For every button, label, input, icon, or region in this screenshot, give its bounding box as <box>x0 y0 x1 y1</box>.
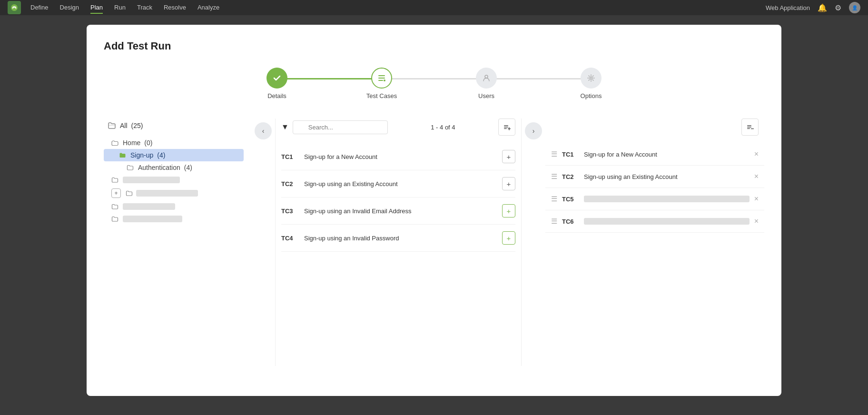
selected-tc6-placeholder <box>584 218 750 225</box>
add-folder-button[interactable]: + <box>111 188 121 198</box>
remove-tc5-button[interactable]: × <box>754 195 759 203</box>
right-nav: › <box>522 119 545 366</box>
svg-rect-1 <box>378 75 385 76</box>
selected-row: ☰ TC6 × <box>545 210 764 233</box>
remove-tc2-button[interactable]: × <box>754 172 759 181</box>
tc3-id: TC3 <box>281 208 298 215</box>
nav-design[interactable]: Design <box>60 2 79 14</box>
folder-tree-panel: All (25) Home (0) <box>104 119 251 366</box>
search-input[interactable] <box>293 120 388 134</box>
auth-folder-label: Authentication <box>138 164 180 171</box>
project-label: Web Application <box>766 4 810 11</box>
folder-ph3-icon <box>111 203 119 210</box>
tc3-name: Sign-up using an Invalid Email Address <box>304 208 496 215</box>
folder-list: Home (0) Sign-up (4) <box>104 137 244 225</box>
add-all-icon <box>503 123 511 131</box>
add-all-button[interactable] <box>498 119 515 136</box>
tc-row: TC4 Sign-up using an Invalid Password + <box>281 225 515 252</box>
tc2-id: TC2 <box>281 180 298 188</box>
selected-tc6-id: TC6 <box>562 218 579 225</box>
selected-tc5-placeholder <box>584 196 750 202</box>
drag-handle-5[interactable]: ☰ <box>551 195 557 203</box>
tc2-add-button[interactable]: + <box>502 177 515 190</box>
pagination-text: 1 - 4 of 4 <box>392 124 494 131</box>
avatar[interactable]: 👤 <box>849 2 860 13</box>
drag-handle-6[interactable]: ☰ <box>551 217 557 226</box>
step-options-circle[interactable] <box>581 68 602 89</box>
svg-rect-9 <box>504 128 507 129</box>
step-test-cases-circle[interactable] <box>371 68 392 89</box>
selected-tc5-id: TC5 <box>562 196 579 203</box>
center-toolbar: ▼ 🔍 1 - 4 of 4 <box>276 119 521 143</box>
folder-icon <box>108 121 116 130</box>
step-details-circle[interactable] <box>266 68 287 89</box>
selected-tc1-id: TC1 <box>562 151 579 158</box>
svg-rect-13 <box>747 127 751 128</box>
svg-rect-7 <box>504 125 508 126</box>
nav-analyze[interactable]: Analyze <box>197 2 219 14</box>
nav-right: Web Application 🔔 ⚙ 👤 <box>766 2 860 13</box>
drag-handle-2[interactable]: ☰ <box>551 172 557 181</box>
selected-tc1-name: Sign-up for a New Account <box>584 151 750 158</box>
nav-define[interactable]: Define <box>30 2 49 14</box>
tc3-add-button[interactable]: + <box>502 204 515 217</box>
filter-icon[interactable]: ▼ <box>281 123 289 131</box>
dialog-title: Add Test Run <box>104 40 764 52</box>
remove-tc1-button[interactable]: × <box>754 150 759 158</box>
step-users-label: Users <box>478 92 494 99</box>
svg-rect-12 <box>747 125 751 126</box>
tc2-name: Sign-up using an Existing Account <box>304 180 496 188</box>
remove-all-button[interactable] <box>741 119 759 136</box>
placeholder-folder-4[interactable] <box>104 213 244 225</box>
all-folders-item[interactable]: All (25) <box>104 119 244 133</box>
tc4-add-button[interactable]: + <box>502 231 515 245</box>
home-folder-item[interactable]: Home (0) <box>104 137 244 149</box>
stepper: Details Test Cases <box>104 68 764 99</box>
notification-icon[interactable]: 🔔 <box>818 3 827 12</box>
test-cases-panel: ▼ 🔍 1 - 4 of 4 <box>275 119 522 366</box>
folder-auth-icon <box>127 164 134 171</box>
signup-folder-label: Sign-up <box>130 151 153 159</box>
tc4-id: TC4 <box>281 235 298 242</box>
folder-ph1-icon <box>111 176 119 184</box>
nav-items: Define Design Plan Run Track Resolve Ana… <box>30 2 766 14</box>
nav-plan[interactable]: Plan <box>90 2 103 14</box>
prev-arrow-button[interactable]: ‹ <box>255 122 272 139</box>
home-folder-count: (0) <box>144 139 152 147</box>
folder-ph4-text <box>123 216 182 222</box>
auth-folder-item[interactable]: Authentication (4) <box>104 161 244 174</box>
placeholder-folder-2-row: + <box>104 186 244 200</box>
dialog-container: Add Test Run Details <box>0 15 868 415</box>
svg-point-4 <box>384 79 385 81</box>
tc-row: TC3 Sign-up using an Invalid Email Addre… <box>281 198 515 225</box>
step-options: Options <box>539 68 643 99</box>
all-folders-count: (25) <box>131 122 143 129</box>
remove-tc6-button[interactable]: × <box>754 217 759 226</box>
tc1-id: TC1 <box>281 153 298 160</box>
tc1-add-button[interactable]: + <box>502 150 515 163</box>
step-test-cases-label: Test Cases <box>366 92 397 99</box>
nav-track[interactable]: Track <box>137 2 152 14</box>
settings-icon[interactable]: ⚙ <box>835 3 841 12</box>
step-options-label: Options <box>581 92 602 99</box>
signup-folder-count: (4) <box>157 151 165 159</box>
step-users-circle[interactable] <box>476 68 497 89</box>
tc1-name: Sign-up for a New Account <box>304 153 496 160</box>
folder-ph2-text <box>136 190 198 197</box>
nav-resolve[interactable]: Resolve <box>164 2 186 14</box>
placeholder-folder-3[interactable] <box>104 200 244 213</box>
selected-row: ☰ TC5 × <box>545 188 764 210</box>
folder-signup-icon <box>119 151 127 159</box>
nav-run[interactable]: Run <box>114 2 126 14</box>
next-arrow-button[interactable]: › <box>525 122 542 139</box>
svg-rect-14 <box>747 128 750 129</box>
top-navigation: Define Design Plan Run Track Resolve Ana… <box>0 0 868 15</box>
svg-point-6 <box>590 77 592 79</box>
app-logo[interactable] <box>8 1 21 14</box>
drag-handle-1[interactable]: ☰ <box>551 150 557 158</box>
folder-ph4-icon <box>111 215 119 223</box>
selected-panel-header <box>545 119 764 143</box>
placeholder-folder-1[interactable] <box>104 174 244 186</box>
signup-folder-item[interactable]: Sign-up (4) <box>104 149 244 161</box>
dialog: Add Test Run Details <box>87 25 781 396</box>
